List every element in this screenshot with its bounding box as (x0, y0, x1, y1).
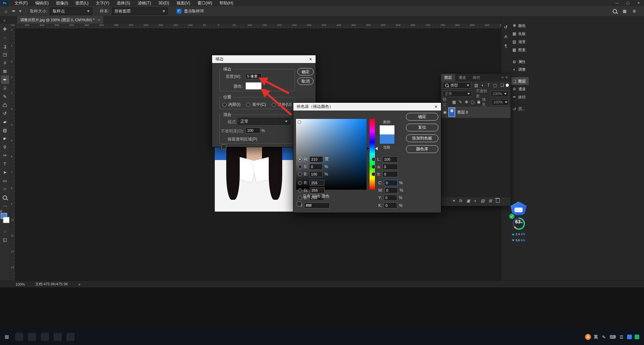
spot-healing-brush-tool[interactable]: ⌹ (1, 84, 9, 92)
status-chevron-icon[interactable]: > (78, 282, 80, 286)
layer-visibility-eye-icon[interactable]: ◉ (443, 110, 446, 115)
picker-titlebar[interactable]: 拾色器（描边颜色） ✕ (293, 103, 441, 111)
start-button[interactable]: ⊞ (5, 334, 9, 340)
delete-layer-icon[interactable] (496, 198, 500, 204)
move-tool[interactable]: ✥ (1, 25, 9, 33)
l-input[interactable] (382, 156, 398, 162)
tabs-overflow-icon[interactable]: » (501, 74, 505, 81)
radio-icon[interactable] (372, 165, 376, 169)
panel-menu-icon[interactable]: ≣ (633, 9, 636, 13)
menu-view[interactable]: 视图(V) (173, 0, 194, 6)
blend-mode-dropdown[interactable]: 正常 (443, 91, 472, 97)
hand-tool[interactable]: ☞ (1, 185, 9, 193)
radio-icon[interactable] (298, 172, 302, 176)
tool-preset-caret-icon[interactable] (19, 10, 22, 12)
quick-mask-icon[interactable]: ◌ (1, 227, 9, 236)
crop-tool[interactable]: # (1, 59, 9, 67)
layer-name[interactable]: 图层 0 (457, 110, 468, 115)
maximize-button[interactable]: ▢ (622, 0, 633, 6)
layer-row[interactable]: ◉ 图层 0 (441, 106, 510, 118)
radio-icon[interactable] (298, 165, 302, 169)
sample-size-dropdown[interactable]: 取样点 (50, 7, 92, 15)
filter-adjustment-layers-icon[interactable]: ◐ (481, 83, 484, 88)
taskbar-app-icon[interactable] (54, 333, 62, 341)
stroke-ok-button[interactable]: 确定 (297, 68, 314, 75)
menu-help[interactable]: 帮助(H) (216, 0, 237, 6)
sample-dropdown[interactable]: 所有图层 (112, 7, 168, 15)
panel-menu-icon[interactable]: ≡ (506, 74, 510, 81)
lock-position-icon[interactable]: ✥ (465, 100, 468, 104)
opacity-input[interactable] (245, 127, 260, 133)
layer-thumbnail[interactable] (449, 108, 455, 117)
filter-smart-objects-icon[interactable]: ❏ (500, 83, 504, 88)
menu-edit[interactable]: 编辑(E) (31, 0, 52, 6)
new-adjustment-layer-icon[interactable]: ◐ (474, 198, 477, 204)
dialog-close-icon[interactable]: ✕ (434, 104, 438, 109)
taskbar-app-icon[interactable] (28, 333, 36, 341)
add-mask-icon[interactable]: ▣ (466, 198, 470, 204)
menu-type[interactable]: 文字(Y) (92, 0, 113, 6)
paragraph-panel-icon[interactable]: ¶ (502, 42, 510, 50)
document-tab[interactable]: 调整后照片.jpg @ 100% (图层 0, CMYK/8#) * × (17, 16, 103, 24)
radio-outside[interactable]: 居外(U) (272, 102, 292, 107)
ime-language-badge[interactable]: 英 (594, 334, 598, 340)
background-color-swatch[interactable] (3, 217, 9, 223)
adjustments-panel-tab[interactable]: ◐ 调整 (511, 65, 529, 73)
history-panel-tab[interactable]: ↺ 历... (511, 104, 529, 113)
radio-icon[interactable] (372, 172, 376, 176)
picker-reset-button[interactable]: 复位 (406, 124, 438, 131)
smudge-tool[interactable]: ☛ (1, 134, 9, 143)
k-input[interactable] (384, 202, 397, 209)
ime-toolbox-icon[interactable]: ☰ (618, 334, 624, 340)
gradient-tool[interactable]: ▧ (1, 126, 9, 134)
color-swatch-control[interactable]: ⇄ (1, 213, 9, 223)
picker-add-swatch-button[interactable]: 添加到色板 (406, 134, 438, 142)
radio-icon[interactable] (372, 157, 376, 161)
colors-panel-tab[interactable]: ❋ 颜色 (511, 22, 529, 30)
filter-toggle-icon[interactable] (506, 84, 509, 87)
eyedropper-tool[interactable]: ✒ (1, 75, 9, 84)
b-lab-input[interactable] (382, 171, 398, 177)
radio-icon[interactable] (298, 157, 302, 161)
radio-inside[interactable]: 内部(I) (223, 102, 240, 107)
filter-shape-layers-icon[interactable]: ▢ (493, 83, 497, 88)
hex-input[interactable] (304, 202, 330, 209)
fill-dropdown[interactable]: 100% (491, 99, 509, 105)
tray-tile-icon[interactable] (627, 335, 632, 339)
new-group-icon[interactable]: ▤ (481, 198, 485, 204)
stroke-width-input[interactable] (245, 73, 262, 79)
search-icon[interactable] (613, 9, 617, 13)
menu-image[interactable]: 图像(I) (52, 0, 71, 6)
character-panel-icon[interactable]: A (502, 32, 510, 40)
link-layers-icon[interactable]: ⚭ (452, 198, 455, 204)
m-input[interactable] (384, 187, 398, 193)
lock-all-icon[interactable] (477, 100, 480, 104)
clone-stamp-tool[interactable]: 凸 (1, 101, 9, 109)
a-input[interactable] (382, 164, 398, 170)
layer-filter-dropdown[interactable]: 类型 (443, 82, 471, 89)
layer-style-icon[interactable]: fx (459, 198, 462, 204)
y-input[interactable] (384, 195, 397, 201)
paths-panel-tab[interactable]: ✒ 路径 (511, 93, 529, 101)
menu-3d[interactable]: 3D(D) (155, 0, 173, 6)
gradients-panel-tab[interactable]: ▧ 渐变 (511, 38, 529, 46)
blend-mode-dropdown[interactable]: 正常 (238, 118, 290, 125)
stroke-dialog-titlebar[interactable]: 描边 ✕ (212, 55, 316, 63)
filter-type-layers-icon[interactable]: T (487, 83, 490, 88)
history-panel-icon[interactable]: ↺ (502, 23, 510, 31)
saturation-brightness-field[interactable] (296, 119, 367, 190)
type-tool[interactable]: T (1, 160, 9, 168)
tab-channels[interactable]: 通道 (455, 74, 469, 81)
picker-ok-button[interactable]: 确定 (406, 113, 438, 121)
rectangle-tool[interactable]: ▭ (1, 177, 9, 185)
s-input[interactable] (309, 164, 323, 170)
hue-slider[interactable] (370, 119, 375, 190)
close-button[interactable]: ✕ (633, 0, 644, 6)
layers-panel-tab[interactable]: ❏ 图层 (511, 77, 529, 85)
show-sampling-ring-checkbox[interactable] (177, 9, 181, 13)
h-input[interactable] (310, 156, 323, 162)
lasso-tool[interactable]: ʓ (1, 42, 9, 50)
taskbar-app-icon[interactable] (15, 333, 23, 341)
stroke-color-swatch[interactable] (245, 82, 262, 90)
menu-filter[interactable]: 滤镜(T) (134, 0, 154, 6)
